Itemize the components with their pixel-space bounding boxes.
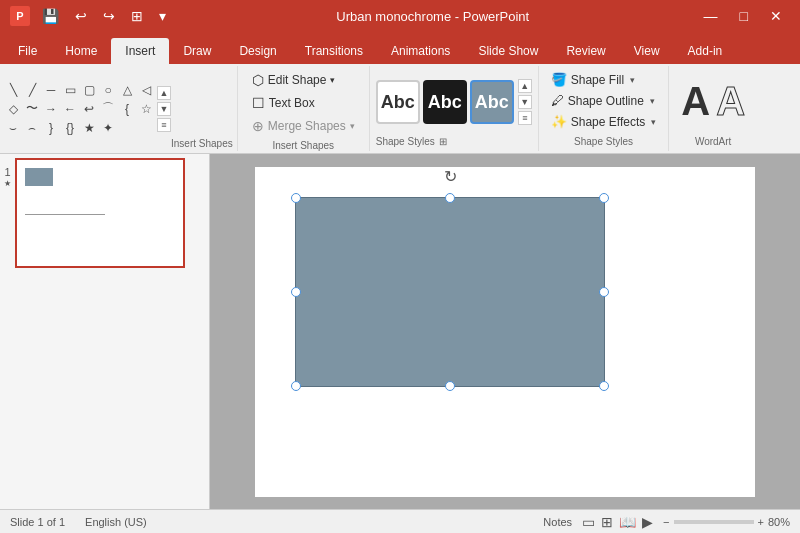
zoom-out-icon[interactable]: − (663, 516, 669, 528)
slide-canvas[interactable]: ↻ (255, 167, 755, 497)
zoom-control: − + 80% (663, 516, 790, 528)
resize-handle-tm[interactable] (445, 193, 455, 203)
main-area: 1 ★ ↻ (0, 154, 800, 509)
edit-tools-section: ⬡ Edit Shape ▾ ☐ Text Box ⊕ Merge Shapes… (238, 66, 370, 151)
quad-icon[interactable]: ◇ (4, 100, 22, 118)
brace-icon[interactable]: { (118, 100, 136, 118)
arrow-l-icon[interactable]: ← (61, 100, 79, 118)
tab-transitions[interactable]: Transitions (291, 38, 377, 64)
close-button[interactable]: ✕ (762, 6, 790, 26)
merge-shapes-icon: ⊕ (252, 118, 264, 134)
resize-handle-br[interactable] (599, 381, 609, 391)
text-box-label: Text Box (269, 96, 315, 110)
shapes-row-1: ╲ ╱ ─ ▭ ▢ ○ △ ◁ (4, 81, 155, 99)
shape-fill-button[interactable]: 🪣 Shape Fill ▾ (547, 70, 661, 89)
squig-icon[interactable]: 〜 (23, 100, 41, 118)
bracket-icon[interactable]: } (42, 119, 60, 137)
arc-icon[interactable]: ⌢ (23, 119, 41, 137)
tab-animations[interactable]: Animations (377, 38, 464, 64)
triangle-icon[interactable]: △ (118, 81, 136, 99)
style-presets-list: Abc Abc Abc (376, 80, 514, 124)
shapes-scroll-up[interactable]: ▲ (157, 86, 171, 100)
reading-view-icon[interactable]: 📖 (619, 514, 636, 530)
brace2-icon[interactable]: {} (61, 119, 79, 137)
style-scroll-down[interactable]: ▼ (518, 95, 532, 109)
shape-styles-expand-icon[interactable]: ⊞ (439, 136, 447, 147)
tab-insert[interactable]: Insert (111, 38, 169, 64)
rotate-handle[interactable]: ↻ (440, 167, 460, 187)
slide-thumbnail[interactable] (15, 158, 185, 268)
shapes-grid: ╲ ╱ ─ ▭ ▢ ○ △ ◁ ◇ 〜 → ← ↩ ⌒ { ☆ ⌣ ⌢ (4, 81, 155, 137)
merge-shapes-label: Merge Shapes (268, 119, 346, 133)
rect-icon[interactable]: ▭ (61, 81, 79, 99)
wordart-a-filled[interactable]: A (681, 79, 710, 124)
normal-view-icon[interactable]: ▭ (582, 514, 595, 530)
title-bar: P 💾 ↩ ↪ ⊞ ▾ Urban monochrome - PowerPoin… (0, 0, 800, 32)
line-icon[interactable]: ╲ (4, 81, 22, 99)
shapes-scroll-more[interactable]: ≡ (157, 118, 171, 132)
presentation-view-button[interactable]: ⊞ (127, 6, 147, 26)
tab-draw[interactable]: Draw (169, 38, 225, 64)
rounded-rect-icon[interactable]: ▢ (80, 81, 98, 99)
wordart-a-outline[interactable]: A (716, 79, 745, 124)
slide-thumbnail-row: 1 ★ (4, 158, 205, 268)
slideshow-icon[interactable]: ▶ (642, 514, 653, 530)
curve-icon[interactable]: ⌒ (99, 100, 117, 118)
shapes-scroll-down[interactable]: ▼ (157, 102, 171, 116)
resize-handle-tr[interactable] (599, 193, 609, 203)
selected-shape-container[interactable]: ↻ (295, 197, 605, 387)
resize-handle-bm[interactable] (445, 381, 455, 391)
save-button[interactable]: 💾 (38, 6, 63, 26)
window-title: Urban monochrome - PowerPoint (170, 9, 696, 24)
style-scroll-more[interactable]: ≡ (518, 111, 532, 125)
curly-icon[interactable]: ☆ (137, 100, 155, 118)
shape-effects-icon: ✨ (551, 114, 567, 129)
style-preset-1[interactable]: Abc (376, 80, 420, 124)
quick-access-dropdown[interactable]: ▾ (155, 6, 170, 26)
tab-slideshow[interactable]: Slide Show (464, 38, 552, 64)
shape-effects-button[interactable]: ✨ Shape Effects ▾ (547, 112, 661, 131)
text-box-icon: ☐ (252, 95, 265, 111)
resize-handle-mr[interactable] (599, 287, 609, 297)
style-scroll-up[interactable]: ▲ (518, 79, 532, 93)
minimize-button[interactable]: — (696, 6, 726, 26)
shape-outline-label: Shape Outline (568, 94, 644, 108)
canvas-area[interactable]: ↻ (210, 154, 800, 509)
resize-handle-tl[interactable] (291, 193, 301, 203)
status-bar: Slide 1 of 1 English (US) Notes ▭ ⊞ 📖 ▶ … (0, 509, 800, 533)
shape-outline-arrow: ▾ (650, 96, 655, 106)
tab-file[interactable]: File (4, 38, 51, 64)
tab-home[interactable]: Home (51, 38, 111, 64)
slide-sorter-icon[interactable]: ⊞ (601, 514, 613, 530)
resize-handle-bl[interactable] (291, 381, 301, 391)
oval-icon[interactable]: ○ (99, 81, 117, 99)
line2-icon[interactable]: ─ (42, 81, 60, 99)
arrow-r-icon[interactable]: → (42, 100, 60, 118)
style-preset-2[interactable]: Abc (423, 80, 467, 124)
style-preset-3[interactable]: Abc (470, 80, 514, 124)
tab-review[interactable]: Review (552, 38, 619, 64)
bend-icon[interactable]: ↩ (80, 100, 98, 118)
style-presets-scroll: ▲ ▼ ≡ (518, 79, 532, 125)
selected-rectangle[interactable] (295, 197, 605, 387)
edit-shape-button[interactable]: ⬡ Edit Shape ▾ (246, 70, 361, 90)
text-box-button[interactable]: ☐ Text Box (246, 93, 361, 113)
merge-shapes-button[interactable]: ⊕ Merge Shapes ▾ (246, 116, 361, 136)
shape-styles-presets: Abc Abc Abc ▲ ▼ ≡ (376, 70, 532, 134)
diagonal-icon[interactable]: ╱ (23, 81, 41, 99)
chevron-icon[interactable]: ⌣ (4, 119, 22, 137)
star-icon[interactable]: ★ (80, 119, 98, 137)
tab-addin[interactable]: Add-in (674, 38, 737, 64)
tab-view[interactable]: View (620, 38, 674, 64)
resize-handle-ml[interactable] (291, 287, 301, 297)
zoom-slider[interactable] (674, 520, 754, 524)
undo-button[interactable]: ↩ (71, 6, 91, 26)
tab-design[interactable]: Design (225, 38, 290, 64)
notes-button[interactable]: Notes (543, 516, 572, 528)
rtriangle-icon[interactable]: ◁ (137, 81, 155, 99)
action-icon[interactable]: ✦ (99, 119, 117, 137)
shape-outline-button[interactable]: 🖊 Shape Outline ▾ (547, 91, 661, 110)
maximize-button[interactable]: □ (732, 6, 756, 26)
redo-button[interactable]: ↪ (99, 6, 119, 26)
zoom-in-icon[interactable]: + (758, 516, 764, 528)
